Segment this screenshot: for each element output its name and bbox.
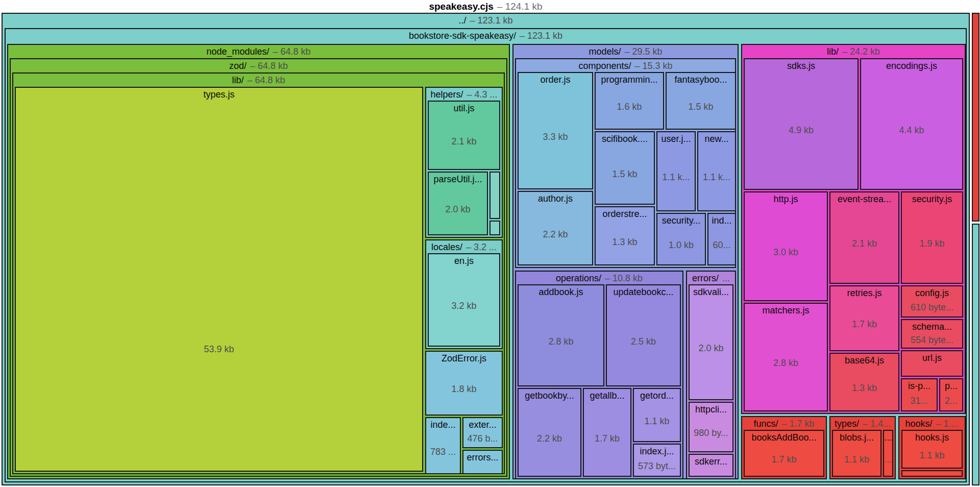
treemap-file-matchers-js[interactable]: matchers.js2.8 kb [744, 303, 828, 411]
treemap-file-inde[interactable]: inde...783 ... [425, 417, 461, 474]
file-size: 1.3 kb [596, 220, 654, 264]
dir-size: – 64.8 kb [247, 76, 285, 85]
file-size: 1.9 kb [902, 205, 962, 283]
dir-name: errors/ [692, 274, 719, 283]
treemap-file-unlabeled[interactable] [972, 13, 979, 222]
treemap-file-unlabeled[interactable]: ...... [883, 430, 893, 477]
treemap-file-base64-js[interactable]: base64.js1.3 kb [829, 353, 899, 411]
treemap-file-new[interactable]: new...1.1 k... [697, 131, 736, 211]
treemap-file-sdkerr[interactable]: sdkerr... [689, 454, 733, 477]
treemap-file-encodings-js[interactable]: encodings.js4.4 kb [860, 58, 963, 190]
treemap-file-security[interactable]: security...1.0 kb [656, 213, 706, 265]
file-size-value: 4.4 kb [899, 125, 924, 136]
treemap-file-fantasyboo[interactable]: fantasyboo...1.5 kb [666, 72, 736, 130]
treemap-file-p[interactable]: p...2... [939, 378, 963, 411]
file-size: 1.1 kb [833, 444, 880, 476]
treemap-file-programmin[interactable]: programmin...1.6 kb [595, 72, 664, 130]
treemap-file-sdkvali[interactable]: sdkvali...2.0 kb [689, 284, 733, 400]
file-size: 4.4 kb [861, 72, 962, 189]
treemap-file-types-js[interactable]: types.js53.9 kb [15, 87, 423, 472]
treemap-stage: speakeasy.cjs – 124.1 kb ../– 123.1 kbbo… [0, 0, 980, 487]
file-size-value: 4.9 kb [789, 125, 814, 136]
treemap-file-zoderror-js[interactable]: ZodError.js1.8 kb [425, 351, 503, 416]
dir-size: – 64.8 kb [250, 61, 288, 70]
treemap-file-scifibook[interactable]: scifibook....1.5 kb [595, 131, 655, 205]
treemap-file-is-p[interactable]: is-p...31... [901, 378, 938, 411]
treemap-file-schema[interactable]: schema...554 byte... [901, 319, 963, 349]
treemap-file-parseutil-j[interactable]: parseUtil.j...2.0 kb [428, 172, 488, 235]
treemap-file-ind[interactable]: ind...60... [707, 213, 736, 265]
dir-name: node_modules/ [206, 47, 269, 56]
file-size: 1.7 kb [745, 444, 823, 476]
treemap-file-en-js[interactable]: en.js3.2 kb [428, 253, 500, 347]
treemap-file-getord[interactable]: getord...1.1 kb [633, 388, 681, 442]
dir-name: types/ [835, 419, 859, 428]
file-size-value: 1.7 kb [595, 433, 620, 444]
treemap-file-user-j[interactable]: user.j...1.1 k... [656, 131, 696, 211]
treemap-file-unlabeled[interactable] [901, 470, 963, 477]
treemap-file-url-js[interactable]: url.js [901, 350, 963, 377]
file-size-value: 2... [945, 396, 958, 406]
dir-name: helpers/ [430, 90, 463, 99]
treemap-file-sdks-js[interactable]: sdks.js4.9 kb [744, 58, 859, 190]
treemap-file-hooks-js[interactable]: hooks.js1.1 kb [901, 430, 963, 469]
treemap-file-unlabeled[interactable] [489, 221, 500, 235]
treemap-file-util-js[interactable]: util.js2.1 kb [428, 101, 500, 170]
file-size-value: 60... [713, 240, 730, 251]
file-size: 3.3 kb [519, 86, 592, 188]
file-size-value: 1.5 kb [688, 102, 713, 112]
treemap-file-booksaddboo[interactable]: booksAddBoo...1.7 kb [744, 430, 824, 477]
treemap-file-index-j[interactable]: index.j...573 byt... [633, 444, 681, 477]
dir-label: bookstore-sdk-speakeasy/– 123.1 kb [6, 29, 966, 42]
file-size-value: 1.1 kb [644, 416, 669, 427]
file-name: programmin... [596, 75, 663, 86]
treemap-file-blobs-j[interactable]: blobs.j...1.1 kb [832, 430, 881, 477]
file-name: base64.js [830, 355, 898, 367]
treemap-file-unlabeled[interactable] [972, 224, 979, 485]
file-size: 1.7 kb [830, 299, 898, 350]
chart-title-size: – 124.1 kb [497, 2, 543, 11]
treemap-file-order-js[interactable]: order.js3.3 kb [518, 72, 593, 189]
treemap-file-security-js[interactable]: security.js1.9 kb [901, 191, 963, 284]
treemap-file-getallb[interactable]: getallb...1.7 kb [583, 388, 631, 477]
file-size-value: 3.0 kb [773, 247, 798, 258]
file-name: is-p... [902, 381, 937, 392]
dir-name: operations/ [556, 274, 601, 283]
treemap-file-orderstre[interactable]: orderstre...1.3 kb [595, 206, 655, 265]
file-name: http.js [745, 194, 827, 205]
file-size: 1.3 kb [830, 367, 898, 410]
file-size: 1.1 k... [657, 145, 695, 210]
treemap-file-event-strea[interactable]: event-strea...2.1 kb [829, 191, 899, 284]
treemap-file-errors[interactable]: errors... [462, 450, 503, 474]
file-name: booksAddBoo... [745, 432, 823, 444]
treemap-file-addbook-js[interactable]: addbook.js2.8 kb [518, 284, 604, 386]
file-name: types.js [16, 89, 422, 101]
chart-title: speakeasy.cjs – 124.1 kb [2, 0, 970, 12]
file-size: 1.5 kb [596, 145, 654, 204]
file-size: 2.0 kb [429, 185, 487, 234]
file-size-value: 2.1 kb [852, 238, 877, 249]
treemap-file-config-js[interactable]: config.js610 byte... [901, 285, 963, 318]
treemap-file-author-js[interactable]: author.js2.2 kb [518, 191, 593, 265]
file-size-value: 1.1 k... [703, 172, 730, 183]
treemap-file-getbookby[interactable]: getbookby...2.2 kb [518, 388, 581, 477]
file-size: 60... [708, 227, 735, 264]
file-size-value: 1.8 kb [451, 384, 476, 395]
treemap-file-retries-js[interactable]: retries.js1.7 kb [829, 285, 899, 351]
dir-label: errors/... [687, 272, 735, 284]
treemap-file-httpcli[interactable]: httpcli...980 by... [689, 402, 733, 452]
file-name: security... [657, 215, 705, 227]
treemap-file-exter[interactable]: exter...476 b... [462, 417, 503, 448]
file-size: 783 ... [426, 431, 460, 473]
treemap-file-http-js[interactable]: http.js3.0 kb [744, 191, 828, 301]
treemap-file-unlabeled[interactable] [489, 172, 500, 219]
file-name: retries.js [830, 288, 898, 299]
treemap-file-updatebookc[interactable]: updatebookc...2.5 kb [606, 284, 681, 386]
dir-size: – 1.... [936, 419, 959, 428]
file-name: sdks.js [745, 61, 857, 72]
file-size: 1.1 kb [902, 444, 962, 468]
dir-label: node_modules/– 64.8 kb [8, 45, 509, 58]
file-size-value: 1.0 kb [669, 240, 694, 251]
dir-size: – 24.2 kb [842, 47, 880, 56]
file-name: inde... [426, 420, 460, 431]
